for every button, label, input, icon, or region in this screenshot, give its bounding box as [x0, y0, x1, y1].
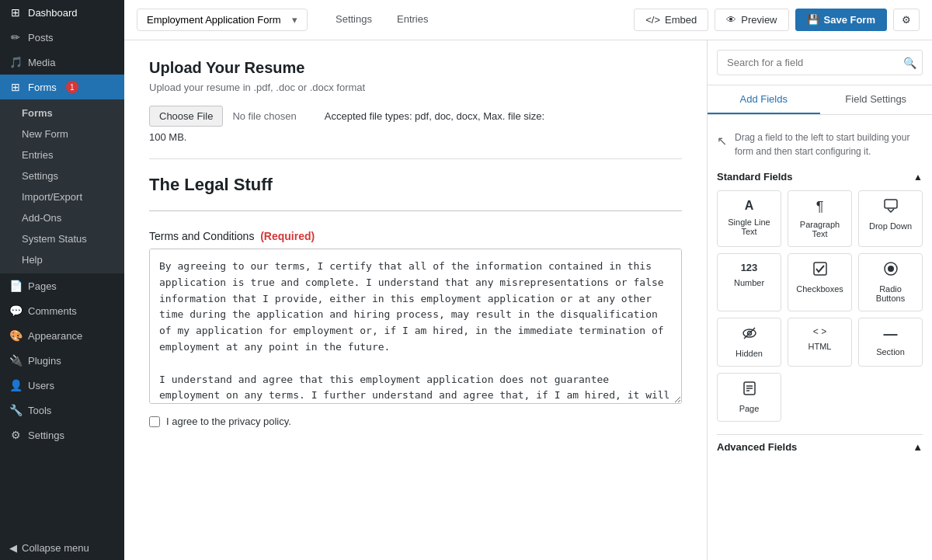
forms-icon: ⊞ — [9, 81, 22, 93]
sidebar-item-label: Appearance — [28, 330, 82, 342]
forms-badge: 1 — [66, 81, 78, 93]
sidebar-item-label: Settings — [28, 430, 64, 441]
tab-add-fields[interactable]: Add Fields — [708, 85, 820, 114]
terms-textarea[interactable] — [149, 249, 682, 404]
users-icon: 👤 — [9, 379, 22, 391]
checkboxes-icon — [813, 262, 827, 280]
field-number[interactable]: 123 Number — [717, 253, 781, 311]
advanced-fields-header: Advanced Fields ▲ — [717, 434, 923, 459]
form-selector-name: Employment Application Form — [147, 14, 281, 26]
drag-arrow-icon: ↖ — [717, 132, 727, 151]
sidebar-item-users[interactable]: 👤 Users — [0, 373, 124, 398]
collapse-arrow-icon: ◀ — [9, 542, 17, 554]
form-selector-dropdown[interactable]: Employment Application Form ▾ — [137, 9, 308, 31]
tab-entries[interactable]: Entries — [384, 2, 440, 37]
sidebar-item-label: Tools — [28, 405, 51, 416]
standard-fields-label: Standard Fields — [717, 171, 793, 183]
field-paragraph-text[interactable]: ¶ Paragraph Text — [788, 190, 852, 247]
sidebar-item-appearance[interactable]: 🎨 Appearance — [0, 323, 124, 348]
file-input-row: Choose File No file chosen Accepted file… — [149, 106, 682, 127]
sidebar-item-forms[interactable]: ⊞ Forms 1 — [0, 75, 124, 99]
submenu-item-help[interactable]: Help — [0, 249, 124, 270]
gear-icon: ⚙ — [902, 14, 911, 26]
field-single-line-text[interactable]: A Single Line Text — [717, 190, 781, 247]
field-checkboxes[interactable]: Checkboxes — [788, 253, 852, 311]
svg-rect-1 — [814, 263, 826, 275]
settings-gear-button[interactable]: ⚙ — [893, 9, 920, 31]
submenu-item-settings[interactable]: Settings — [0, 165, 124, 186]
submenu-item-new-form[interactable]: New Form — [0, 123, 124, 144]
field-drop-down[interactable]: Drop Down — [858, 190, 923, 247]
main-wrapper: Employment Application Form ▾ Settings E… — [124, 0, 932, 560]
sidebar-item-posts[interactable]: ✏ Posts — [0, 25, 124, 50]
upload-title: Upload Your Resume — [149, 59, 682, 77]
preview-button[interactable]: 👁 Preview — [715, 9, 788, 31]
sidebar-item-pages[interactable]: 📄 Pages — [0, 273, 124, 298]
tab-settings[interactable]: Settings — [323, 2, 384, 37]
sidebar-item-media[interactable]: 🎵 Media — [0, 50, 124, 75]
dashboard-icon: ⊞ — [9, 6, 22, 19]
field-label: Checkboxes — [796, 284, 843, 294]
field-label: Page — [739, 404, 760, 413]
appearance-icon: 🎨 — [9, 329, 22, 342]
single-line-text-icon: A — [745, 199, 754, 213]
field-page[interactable]: Page — [717, 373, 781, 422]
standard-fields-chevron[interactable]: ▲ — [913, 172, 923, 183]
max-size-text: 100 MB. — [149, 131, 682, 143]
search-input[interactable] — [717, 50, 923, 75]
advanced-fields-chevron[interactable]: ▲ — [913, 441, 923, 453]
submenu-item-import-export[interactable]: Import/Export — [0, 186, 124, 207]
html-icon: < > — [813, 326, 826, 337]
field-radio-buttons[interactable]: Radio Buttons — [858, 253, 923, 311]
tab-field-settings[interactable]: Field Settings — [820, 85, 933, 114]
preview-eye-icon: 👁 — [726, 14, 736, 26]
sidebar-item-plugins[interactable]: 🔌 Plugins — [0, 348, 124, 373]
advanced-fields-section: Advanced Fields ▲ — [717, 434, 923, 459]
field-html[interactable]: < > HTML — [788, 318, 852, 367]
collapse-menu-label: Collapse menu — [22, 542, 89, 554]
embed-code-icon: </> — [645, 14, 660, 26]
sidebar-item-tools[interactable]: 🔧 Tools — [0, 398, 124, 423]
radio-buttons-icon — [884, 262, 898, 280]
field-label: Hidden — [736, 349, 763, 358]
legal-section: The Legal Stuff — [149, 175, 682, 211]
sidebar-item-dashboard[interactable]: ⊞ Dashboard — [0, 0, 124, 25]
search-icon-button[interactable]: 🔍 — [903, 57, 916, 69]
sidebar-item-settings[interactable]: ⚙ Settings — [0, 423, 124, 447]
sidebar-item-label: Pages — [28, 280, 57, 292]
submenu-item-entries[interactable]: Entries — [0, 144, 124, 165]
field-hidden[interactable]: Hidden — [717, 318, 781, 367]
standard-fields-section: Standard Fields ▲ A Single Line Text ¶ P… — [717, 171, 923, 422]
submenu-item-addons[interactable]: Add-Ons — [0, 207, 124, 228]
field-section[interactable]: — Section — [858, 318, 923, 367]
field-label: Paragraph Text — [793, 220, 847, 238]
sidebar-item-label: Dashboard — [28, 7, 78, 19]
fields-grid: A Single Line Text ¶ Paragraph Text Drop… — [717, 190, 923, 422]
panel-tabs: Add Fields Field Settings — [708, 85, 932, 115]
search-input-wrapper: 🔍 — [717, 50, 923, 75]
search-icon: 🔍 — [903, 57, 916, 69]
media-icon: 🎵 — [9, 56, 22, 68]
form-selector-arrow-icon: ▾ — [292, 14, 297, 26]
standard-fields-header: Standard Fields ▲ — [717, 171, 923, 183]
collapse-menu-button[interactable]: ◀ Collapse menu — [0, 536, 124, 560]
choose-file-button[interactable]: Choose File — [149, 106, 223, 127]
field-label: HTML — [809, 342, 832, 351]
privacy-label: I agree to the privacy policy. — [166, 416, 291, 427]
content-area: Upload Your Resume Upload your resume in… — [124, 40, 932, 560]
embed-button[interactable]: </> Embed — [634, 9, 708, 31]
submenu-item-system-status[interactable]: System Status — [0, 228, 124, 249]
terms-label: Terms and Conditions (Required) — [149, 230, 682, 242]
topbar-right: </> Embed 👁 Preview 💾 Save Form ⚙ — [634, 9, 920, 31]
field-label: Drop Down — [869, 221, 912, 231]
upload-subtitle: Upload your resume in .pdf, .doc or .doc… — [149, 82, 682, 93]
sidebar-item-comments[interactable]: 💬 Comments — [0, 298, 124, 323]
save-form-button[interactable]: 💾 Save Form — [795, 9, 887, 31]
sidebar-item-label: Media — [28, 57, 55, 68]
sidebar: ⊞ Dashboard ✏ Posts 🎵 Media ⊞ Forms 1 Fo… — [0, 0, 124, 560]
terms-section: Terms and Conditions (Required) I agree … — [149, 230, 682, 427]
required-badge: (Required) — [260, 230, 315, 242]
drop-down-icon — [884, 199, 898, 217]
privacy-checkbox[interactable] — [149, 416, 160, 427]
drag-hint: ↖ Drag a field to the left to start buil… — [717, 124, 923, 171]
